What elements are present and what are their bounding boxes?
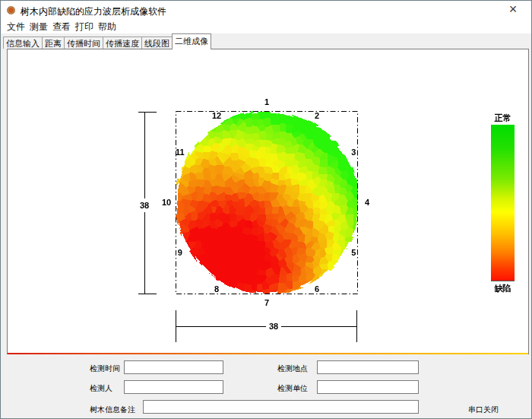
- sensor-label-10: 10: [162, 198, 171, 207]
- label-detect-time: 检测时间: [90, 363, 120, 374]
- input-detect-time[interactable]: [124, 360, 223, 374]
- close-button[interactable]: ×: [506, 2, 520, 17]
- legend-colorbar: [491, 125, 515, 281]
- input-detect-unit[interactable]: [317, 380, 419, 394]
- app-window: { "window": { "title": "树木内部缺陷的应力波层析成像软件…: [0, 0, 532, 419]
- input-tree-notes[interactable]: [143, 400, 419, 414]
- label-tree-notes: 树木信息备注: [90, 405, 135, 415]
- input-detect-person[interactable]: [124, 380, 223, 394]
- tab-bar: 信息输入距离传播时间传播速度线段图二维成像: [3, 33, 211, 49]
- label-detect-person: 检测人: [90, 383, 112, 394]
- tab-4[interactable]: 传播速度: [103, 37, 142, 49]
- tab-5[interactable]: 线段图: [141, 37, 173, 49]
- vertical-dimension-line: [138, 112, 157, 294]
- window-title: 树木内部缺陷的应力波层析成像软件: [21, 5, 166, 18]
- sensor-label-4: 4: [365, 198, 370, 207]
- tab-1[interactable]: 信息输入: [3, 37, 43, 49]
- menu-bar: 文件测量查看打印帮助: [1, 19, 531, 33]
- sensor-label-7: 7: [264, 298, 269, 307]
- panel-bottom-gradient: [8, 353, 528, 354]
- tab-2[interactable]: 距离: [42, 37, 65, 49]
- sensor-label-1: 1: [264, 97, 269, 106]
- legend-normal-label: 正常: [486, 113, 519, 124]
- legend-defect-label: 缺陷: [486, 283, 519, 294]
- menu-item-3[interactable]: 查看: [51, 19, 72, 35]
- menu-item-4[interactable]: 打印: [74, 19, 95, 35]
- input-detect-place[interactable]: [317, 360, 419, 374]
- menu-item-2[interactable]: 测量: [28, 19, 49, 35]
- menu-item-5[interactable]: 帮助: [97, 19, 118, 35]
- app-icon: [7, 6, 15, 14]
- tab-3[interactable]: 传播时间: [64, 37, 103, 49]
- title-bar: 树木内部缺陷的应力波层析成像软件 ×: [1, 1, 531, 19]
- label-detect-unit: 检测单位: [277, 383, 308, 394]
- tab-6[interactable]: 二维成像: [172, 33, 211, 49]
- horizontal-dimension-line: [176, 310, 357, 342]
- horizontal-dimension-label: 38: [269, 322, 278, 331]
- tomogram-image: [176, 111, 358, 294]
- imaging-panel: 38 38 123456789101112 正常 缺陷: [7, 49, 529, 354]
- vertical-dimension-label: 38: [140, 201, 149, 210]
- serial-port-status: 串口关闭: [468, 405, 499, 415]
- label-detect-place: 检测地点: [277, 363, 308, 374]
- menu-item-1[interactable]: 文件: [5, 19, 27, 35]
